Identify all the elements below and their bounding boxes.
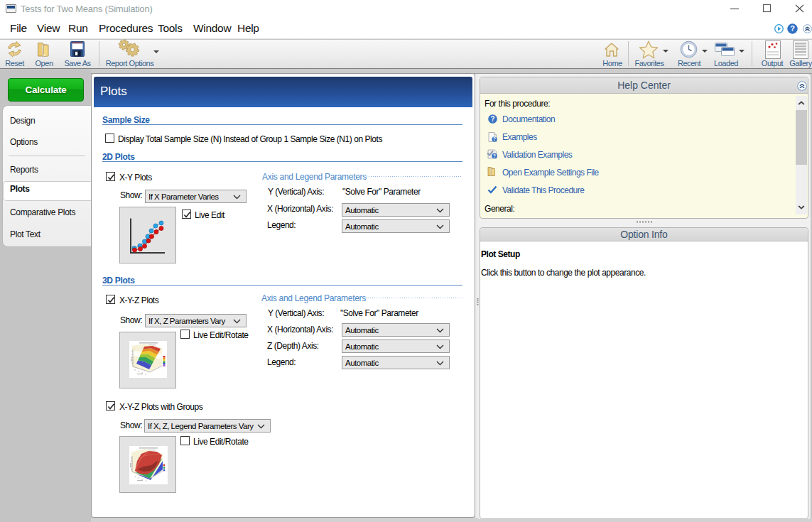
svg-text:?: ? [493, 153, 496, 158]
svg-text:?: ? [493, 136, 496, 141]
svg-text:?: ? [490, 115, 494, 123]
svg-text:?: ? [790, 24, 795, 33]
